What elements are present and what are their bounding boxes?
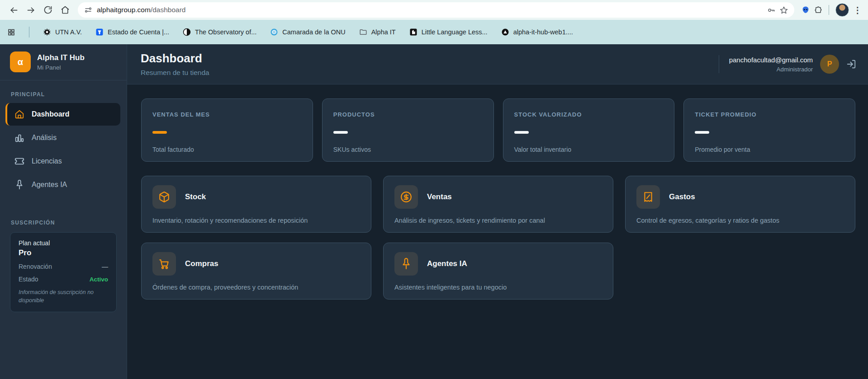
package-icon <box>152 185 176 209</box>
alien-extension-icon[interactable] <box>802 6 810 14</box>
extensions-puzzle-icon[interactable] <box>814 6 822 14</box>
stat-caption: Promedio por venta <box>695 146 844 153</box>
sidebar-item-analisis[interactable]: Análisis <box>0 126 120 149</box>
bookmarks-divider <box>29 27 29 37</box>
browser-toolbar: alphaitgroup.com/dashboard ⋮ <box>0 0 868 20</box>
header-user-area: panchofacultad@gmail.com Administrador P <box>719 55 856 74</box>
module-title: Compras <box>185 259 218 268</box>
forward-button[interactable] <box>23 2 39 18</box>
menu-dots-icon[interactable]: ⋮ <box>854 6 862 14</box>
stat-label: PRODUCTOS <box>333 111 483 118</box>
receipt-icon <box>636 185 660 209</box>
module-description: Órdenes de compra, proveedores y concent… <box>152 284 360 291</box>
header-divider <box>719 55 719 73</box>
bookmark-item[interactable]: alpha-it-hub-web1.... <box>501 28 573 36</box>
bookmark-label: Camarada de la ONU <box>282 28 345 36</box>
subscription-card: Plan actual Pro Renovación — Estado Acti… <box>10 232 117 312</box>
bookmark-item[interactable]: The Observatory of... <box>183 28 256 36</box>
module-description: Control de egresos, categorías y ratios … <box>636 217 844 224</box>
apps-grid-icon[interactable] <box>7 28 15 36</box>
site-info-icon[interactable] <box>84 6 92 14</box>
stat-value-dash <box>152 131 167 134</box>
bookmark-label: Little Language Less... <box>422 28 488 36</box>
observatory-icon <box>183 28 191 36</box>
stat-value-dash <box>514 131 529 134</box>
modules-grid: Stock Inventario, rotación y recomendaci… <box>141 176 855 299</box>
page-subtitle: Resumen de tu tienda <box>141 69 209 77</box>
bookmark-item[interactable]: UTN A.V. <box>43 28 82 36</box>
bar-chart-icon <box>14 133 24 143</box>
bookmark-item[interactable]: Alpha IT <box>359 28 396 36</box>
renewal-value: — <box>102 263 108 270</box>
sidebar-item-label: Licencias <box>32 157 62 165</box>
bookmark-item[interactable]: Estado de Cuenta |... <box>95 28 169 36</box>
home-button[interactable] <box>57 2 73 18</box>
section-label-principal: PRINCIPAL <box>0 80 127 103</box>
page-header: Dashboard Resumen de tu tienda panchofac… <box>127 44 868 84</box>
browser-profile-avatar[interactable] <box>835 3 849 17</box>
stat-card-ticket-promedio: TICKET PROMEDIO Promedio por venta <box>683 98 855 162</box>
section-label-suscripcion: SUSCRIPCIÓN <box>0 209 127 231</box>
plan-name: Pro <box>19 248 108 257</box>
sidebar-item-agentes-ia[interactable]: Agentes IA <box>0 173 120 196</box>
toolbar-divider <box>829 5 829 15</box>
module-description: Inventario, rotación y recomendaciones d… <box>152 217 360 224</box>
toolbar-right-cluster: ⋮ <box>802 3 863 17</box>
module-card-stock[interactable]: Stock Inventario, rotación y recomendaci… <box>141 176 371 233</box>
url-text: alphaitgroup.com/dashboard <box>97 6 185 14</box>
stat-label: VENTAS DEL MES <box>152 111 302 118</box>
sidebar-nav: Dashboard Análisis Licencias Agentes IA <box>0 103 127 196</box>
user-email: panchofacultad@gmail.com <box>729 56 813 64</box>
bookmark-label: Alpha IT <box>371 28 396 36</box>
brand-title: Alpha IT Hub <box>37 53 85 62</box>
ticket-icon <box>14 156 24 166</box>
url-path: /dashboard <box>151 6 186 14</box>
main-area: Dashboard Resumen de tu tienda panchofac… <box>127 44 868 379</box>
stat-card-stock-valorizado: STOCK VALORIZADO Valor total inventario <box>503 98 675 162</box>
bookmark-star-icon[interactable] <box>780 6 788 14</box>
stat-caption: Total facturado <box>152 146 302 153</box>
status-label: Estado <box>19 276 38 283</box>
module-title: Ventas <box>427 192 452 201</box>
module-card-ventas[interactable]: Ventas Análisis de ingresos, tickets y r… <box>383 176 613 233</box>
stat-value-dash <box>695 131 709 134</box>
stat-caption: SKUs activos <box>333 146 483 153</box>
subscription-note: Información de suscripción no disponible <box>19 288 108 304</box>
url-bar[interactable]: alphaitgroup.com/dashboard <box>78 2 794 18</box>
url-domain: alphaitgroup.com <box>97 6 151 14</box>
dashboard-content: VENTAS DEL MES Total facturado PRODUCTOS… <box>127 84 868 299</box>
stat-card-productos: PRODUCTOS SKUs activos <box>322 98 494 162</box>
reload-button[interactable] <box>40 2 56 18</box>
stats-row: VENTAS DEL MES Total facturado PRODUCTOS… <box>141 98 855 162</box>
stat-caption: Valor total inventario <box>514 146 664 153</box>
sidebar-item-licencias[interactable]: Licencias <box>0 150 120 173</box>
utn-logo-icon <box>43 28 51 36</box>
module-title: Agentes IA <box>427 259 467 268</box>
back-button[interactable] <box>5 2 22 18</box>
sidebar-item-label: Dashboard <box>32 110 70 118</box>
bookmarks-bar: UTN A.V. Estado de Cuenta |... The Obser… <box>0 20 868 44</box>
page-title: Dashboard <box>141 51 209 66</box>
avatar[interactable]: P <box>820 55 839 74</box>
brand: α Alpha IT Hub Mi Panel <box>0 44 127 80</box>
module-card-gastos[interactable]: Gastos Control de egresos, categorías y … <box>625 176 855 233</box>
logout-icon[interactable] <box>846 59 856 69</box>
stat-card-ventas-del-mes: VENTAS DEL MES Total facturado <box>141 98 313 162</box>
module-card-compras[interactable]: Compras Órdenes de compra, proveedores y… <box>141 243 371 299</box>
sidebar-item-label: Agentes IA <box>32 181 67 189</box>
plan-label: Plan actual <box>19 239 108 247</box>
bookmark-item[interactable]: Little Language Less... <box>409 28 488 36</box>
sidebar-item-label: Análisis <box>32 134 57 142</box>
stat-label: STOCK VALORIZADO <box>514 111 664 118</box>
sidebar: α Alpha IT Hub Mi Panel PRINCIPAL Dashbo… <box>0 44 127 379</box>
pin-bot-icon <box>394 252 418 276</box>
bookmark-label: UTN A.V. <box>55 28 82 36</box>
status-badge: Activo <box>90 276 108 283</box>
module-card-agentes-ia[interactable]: Agentes IA Asistentes inteligentes para … <box>383 243 613 299</box>
dollar-circle-icon <box>394 185 418 209</box>
bookmark-item[interactable]: Camarada de la ONU <box>270 28 345 36</box>
vercel-icon <box>501 28 509 36</box>
sidebar-item-dashboard[interactable]: Dashboard <box>5 103 120 126</box>
password-key-icon[interactable] <box>767 6 775 14</box>
cart-icon <box>152 252 176 276</box>
